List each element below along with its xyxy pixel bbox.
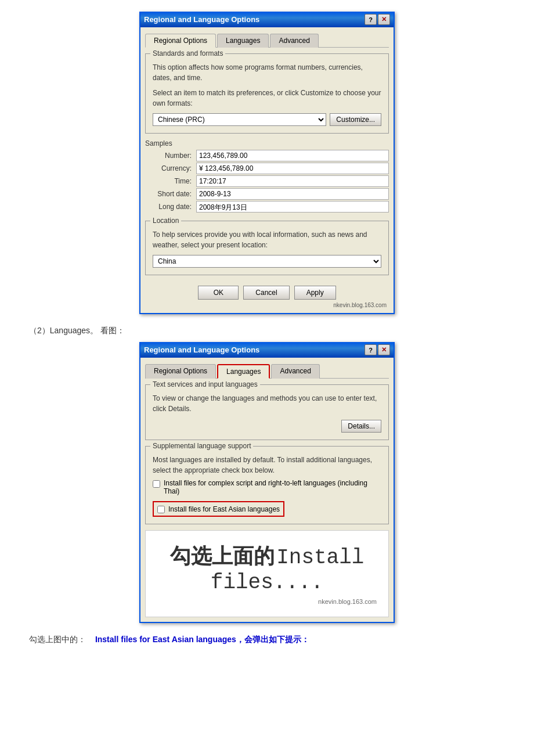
standards-para2: Select an item to match its preferences,… <box>153 88 381 109</box>
sample-row-longdate: Long date: 2008年9月13日 <box>145 201 389 213</box>
sample-val-currency: ¥ 123,456,789.00 <box>196 163 389 174</box>
dialog1-title-area: Regional and Language Options <box>144 15 259 24</box>
instruction2-prefix: 勾选上图中的： <box>29 635 86 644</box>
location-section: Location To help services provide you wi… <box>145 221 389 275</box>
checkbox-complex-label: Install files for complex script and rig… <box>164 479 381 495</box>
tab-languages[interactable]: Languages <box>217 34 269 48</box>
customize-button[interactable]: Customize... <box>330 113 381 126</box>
tab2-regional-options[interactable]: Regional Options <box>145 364 216 379</box>
sample-key-longdate: Long date: <box>145 203 192 211</box>
dialog2-titlebar: Regional and Language Options ? ✕ <box>140 342 394 358</box>
dialog2-title: Regional and Language Options <box>144 345 259 354</box>
checkbox-eastasian[interactable] <box>157 506 165 513</box>
dialog2-title-buttons: ? ✕ <box>365 344 390 355</box>
instruction1: （2）Languages。 看图： <box>29 326 522 336</box>
sample-val-longdate: 2008年9月13日 <box>196 201 389 213</box>
tab2-languages[interactable]: Languages <box>217 364 270 379</box>
dialog2-title-area: Regional and Language Options <box>144 345 259 354</box>
checkbox-eastasian-row: Install files for East Asian languages <box>153 499 381 517</box>
dialog1-title-buttons: ? ✕ <box>365 14 390 25</box>
dialog2-tabs: Regional Options Languages Advanced <box>145 362 389 379</box>
dialog1: Regional and Language Options ? ✕ Region… <box>139 12 395 314</box>
sample-val-shortdate: 2008-9-13 <box>196 188 389 200</box>
supplemental-title: Supplemental language support <box>150 442 253 450</box>
samples-label: Samples <box>145 139 389 147</box>
sample-row-shortdate: Short date: 2008-9-13 <box>145 188 389 200</box>
sample-key-number: Number: <box>145 152 192 160</box>
sample-row-currency: Currency: ¥ 123,456,789.00 <box>145 163 389 174</box>
location-dropdown-row: China <box>153 255 381 268</box>
location-desc: To help services provide you with local … <box>153 229 381 250</box>
details-btn-row: Details... <box>153 420 381 433</box>
location-section-title: Location <box>150 217 181 225</box>
apply-button[interactable]: Apply <box>294 286 336 300</box>
standards-dropdown-row: Chinese (PRC) Customize... <box>153 113 381 126</box>
sample-val-number: 123,456,789.00 <box>196 150 389 161</box>
sample-row-number: Number: 123,456,789.00 <box>145 150 389 161</box>
text-services-title: Text services and input languages <box>150 380 260 388</box>
standards-desc1: This option affects how some programs fo… <box>153 62 381 109</box>
checkbox-complex[interactable] <box>153 480 160 488</box>
tab-regional-options[interactable]: Regional Options <box>145 34 216 48</box>
instruction2: 勾选上图中的： Install files for East Asian lan… <box>29 635 522 645</box>
checkbox-complex-row: Install files for complex script and rig… <box>153 479 381 495</box>
dialog2-watermark: nkevin.blog.163.com <box>157 598 377 605</box>
big-chinese: 勾选上面的 <box>170 544 275 568</box>
dialog1-content: Regional Options Languages Advanced Stan… <box>140 27 394 313</box>
sample-key-shortdate: Short date: <box>145 190 192 198</box>
standards-para1: This option affects how some programs fo… <box>153 62 381 83</box>
sample-val-time: 17:20:17 <box>196 175 389 187</box>
help-button2[interactable]: ? <box>365 344 377 355</box>
sample-key-currency: Currency: <box>145 164 192 172</box>
supplemental-desc: Most languages are installed by default.… <box>153 455 381 476</box>
close-button2[interactable]: ✕ <box>378 344 390 355</box>
dialog1-titlebar: Regional and Language Options ? ✕ <box>140 12 394 27</box>
dialog2-content: Regional Options Languages Advanced Text… <box>140 358 394 622</box>
instruction1-text: （2）Languages。 看图： <box>29 326 125 335</box>
text-services-desc: To view or change the languages and meth… <box>153 393 381 414</box>
supplemental-section: Supplemental language support Most langu… <box>145 446 389 524</box>
sample-row-time: Time: 17:20:17 <box>145 175 389 187</box>
cancel-button[interactable]: Cancel <box>243 286 289 300</box>
close-button[interactable]: ✕ <box>378 14 390 25</box>
big-text-content: 勾选上面的 Install files.... <box>157 542 377 595</box>
checkbox-eastasian-highlight: Install files for East Asian languages <box>153 501 284 517</box>
big-text-section: 勾选上面的 Install files.... nkevin.blog.163.… <box>145 530 389 617</box>
text-services-section: Text services and input languages To vie… <box>145 384 389 440</box>
checkbox-eastasian-label: Install files for East Asian languages <box>168 505 280 513</box>
tab2-advanced[interactable]: Advanced <box>271 364 319 379</box>
samples-area: Samples Number: 123,456,789.00 Currency:… <box>145 139 389 213</box>
instruction2-highlight: Install files for East Asian languages，会… <box>95 635 309 644</box>
dialog1-title: Regional and Language Options <box>144 15 259 24</box>
standards-dropdown[interactable]: Chinese (PRC) <box>153 113 326 126</box>
standards-section: Standards and formats This option affect… <box>145 53 389 134</box>
ok-button[interactable]: OK <box>198 286 239 300</box>
tab-advanced[interactable]: Advanced <box>270 34 318 48</box>
dialog1-tabs: Regional Options Languages Advanced <box>145 32 389 48</box>
standards-section-title: Standards and formats <box>150 49 225 57</box>
details-button[interactable]: Details... <box>341 420 381 433</box>
location-dropdown[interactable]: China <box>153 255 381 268</box>
sample-key-time: Time: <box>145 177 192 185</box>
help-button[interactable]: ? <box>365 14 377 25</box>
dialog1-watermark: nkevin.blog.163.com <box>145 302 389 308</box>
dialog2: Regional and Language Options ? ✕ Region… <box>139 342 395 623</box>
